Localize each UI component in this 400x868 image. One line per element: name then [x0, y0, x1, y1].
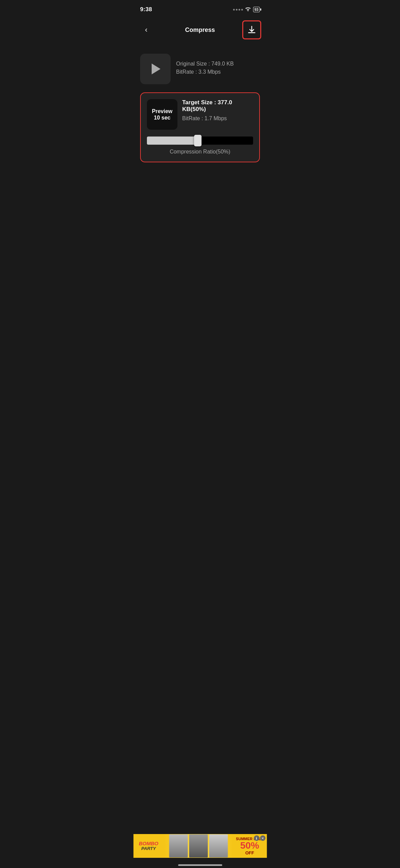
- compress-top-row: Preview 10 sec Target Size : 377.0 KB(50…: [147, 99, 253, 130]
- wifi-icon: [245, 7, 251, 13]
- status-time: 9:38: [140, 6, 152, 13]
- original-video-thumbnail[interactable]: [140, 54, 171, 84]
- download-button[interactable]: [242, 20, 261, 39]
- back-arrow-icon: ‹: [145, 25, 147, 34]
- slider-track[interactable]: [147, 136, 253, 145]
- slider-fill: [147, 137, 198, 145]
- preview-label-line1: Preview: [152, 108, 172, 114]
- compressed-bitrate-label: BitRate : 1.7 Mbps: [182, 115, 253, 122]
- signal-icon: [233, 9, 243, 11]
- compression-slider-container: Compression Ratio(50%): [147, 136, 253, 155]
- original-video-card: Original Size : 749.0 KB BitRate : 3.3 M…: [140, 48, 260, 90]
- preview-label-line2: 10 sec: [154, 114, 171, 121]
- target-size-label: Target Size : 377.0 KB(50%): [182, 99, 253, 113]
- back-button[interactable]: ‹: [139, 22, 154, 37]
- page-title: Compress: [185, 26, 215, 34]
- compression-ratio-label: Compression Ratio(50%): [147, 149, 253, 155]
- original-size-label: Original Size : 749.0 KB: [176, 61, 260, 67]
- original-video-info: Original Size : 749.0 KB BitRate : 3.3 M…: [176, 61, 260, 77]
- content-area: Original Size : 749.0 KB BitRate : 3.3 M…: [133, 45, 267, 166]
- status-bar: 9:38 93: [133, 0, 267, 17]
- slider-thumb[interactable]: [194, 135, 202, 146]
- nav-header: ‹ Compress: [133, 17, 267, 45]
- preview-thumbnail[interactable]: Preview 10 sec: [147, 99, 177, 130]
- status-icons: 93: [233, 7, 260, 13]
- download-icon: [247, 25, 256, 35]
- original-bitrate-label: BitRate : 3.3 Mbps: [176, 69, 260, 75]
- compress-card: Preview 10 sec Target Size : 377.0 KB(50…: [140, 92, 260, 162]
- battery-icon: 93: [253, 7, 260, 12]
- play-icon: [152, 64, 160, 74]
- compress-info: Target Size : 377.0 KB(50%) BitRate : 1.…: [182, 99, 253, 124]
